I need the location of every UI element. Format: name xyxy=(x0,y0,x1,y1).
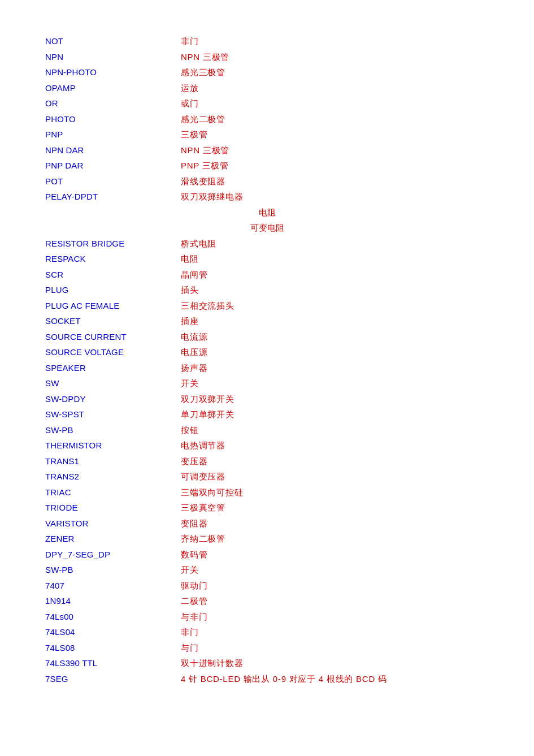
list-item: OR或门 xyxy=(45,96,489,111)
component-name: NOT xyxy=(45,34,181,49)
component-name: TRIAC xyxy=(45,485,181,500)
component-description: 三极真空管 xyxy=(181,500,225,515)
component-name: TRIODE xyxy=(45,500,181,515)
list-item: 7SEG4 针 BCD-LED 输出从 0-9 对应于 4 根线的 BCD 码 xyxy=(45,672,489,686)
component-name: POT xyxy=(45,174,181,189)
component-description: 电热调节器 xyxy=(181,438,225,453)
component-description: 与非门 xyxy=(181,610,207,624)
component-name: OPAMP xyxy=(45,81,181,96)
component-name: PNP DAR xyxy=(45,158,181,173)
component-name: SOCKET xyxy=(45,314,181,329)
component-name: SW-DPDY xyxy=(45,392,181,407)
component-name: TRANS2 xyxy=(45,469,181,484)
component-name: ZENER xyxy=(45,532,181,546)
component-description: 开关 xyxy=(181,376,199,391)
list-item: SPEAKER扬声器 xyxy=(45,361,489,375)
component-description: 可调变压器 xyxy=(181,469,225,484)
component-name: 74Ls00 xyxy=(45,610,181,624)
component-description: 双刀双掷开关 xyxy=(181,392,235,407)
list-item: PHOTO感光二极管 xyxy=(45,112,489,127)
component-name: SW-SPST xyxy=(45,407,181,422)
component-name: 7407 xyxy=(45,578,181,593)
list-item: 1N914二极管 xyxy=(45,594,489,608)
component-name: SCR xyxy=(45,267,181,282)
list-item: SOURCE CURRENT电流源 xyxy=(45,330,489,344)
component-name: SPEAKER xyxy=(45,361,181,375)
component-description: 按钮 xyxy=(181,423,199,438)
component-description: 开关 xyxy=(181,563,199,577)
component-name: NPN xyxy=(45,50,181,64)
component-name: SW-PB xyxy=(45,423,181,438)
component-description: 或门 xyxy=(181,96,199,111)
component-description: 齐纳二极管 xyxy=(181,532,225,546)
component-description: 非门 xyxy=(181,625,199,640)
component-name: 1N914 xyxy=(45,594,181,608)
component-name: DPY_7-SEG_DP xyxy=(45,547,181,562)
list-item: OPAMP运放 xyxy=(45,81,489,96)
component-description: 变阻器 xyxy=(181,516,207,531)
component-description: 扬声器 xyxy=(181,361,207,375)
component-name: PELAY-DPDT xyxy=(45,189,181,204)
component-description: PNP 三极管 xyxy=(181,158,229,173)
list-item: RESISTOR BRIDGE桥式电阻 xyxy=(45,236,489,251)
component-description: NPN 三极管 xyxy=(181,143,229,158)
list-item: PNP三极管 xyxy=(45,127,489,142)
list-item: 74LS04非门 xyxy=(45,625,489,640)
list-item: 74LS390 TTL双十进制计数器 xyxy=(45,656,489,671)
list-item: RESPACK电阻 xyxy=(45,252,489,266)
component-description: 三相交流插头 xyxy=(181,299,235,313)
list-item: NOT非门 xyxy=(45,34,489,49)
list-item: SW-PB按钮 xyxy=(45,423,489,438)
list-item: SOCKET插座 xyxy=(45,314,489,329)
list-item: TRIAC三端双向可控硅 xyxy=(45,485,489,500)
component-description: 单刀单掷开关 xyxy=(181,407,235,422)
center-label: 电阻 xyxy=(259,205,276,220)
component-name: 74LS08 xyxy=(45,641,181,655)
component-name: 74LS390 TTL xyxy=(45,656,181,671)
list-item: SOURCE VOLTAGE电压源 xyxy=(45,345,489,360)
component-description: 双刀双掷继电器 xyxy=(181,189,243,204)
component-name: THERMISTOR xyxy=(45,438,181,453)
list-item: VARISTOR变阻器 xyxy=(45,516,489,531)
list-item: SW-PB开关 xyxy=(45,563,489,577)
component-name: SOURCE VOLTAGE xyxy=(45,345,181,360)
list-item: TRANS2可调变压器 xyxy=(45,469,489,484)
component-description: 感光二极管 xyxy=(181,112,225,127)
component-name: SOURCE CURRENT xyxy=(45,330,181,344)
component-description: 电压源 xyxy=(181,345,207,360)
component-name: SW xyxy=(45,376,181,391)
component-description: 变压器 xyxy=(181,454,207,469)
list-item: TRANS1变压器 xyxy=(45,454,489,469)
component-description: 三极管 xyxy=(181,127,207,142)
component-description: 二极管 xyxy=(181,594,207,608)
list-item: NPNNPN 三极管 xyxy=(45,50,489,64)
component-name: RESISTOR BRIDGE xyxy=(45,236,181,251)
list-item: 74LS08与门 xyxy=(45,641,489,655)
list-item: PLUG插头 xyxy=(45,283,489,297)
component-name: NPN DAR xyxy=(45,143,181,158)
component-description: 插座 xyxy=(181,314,199,329)
list-item: PELAY-DPDT双刀双掷继电器 xyxy=(45,189,489,204)
list-item: DPY_7-SEG_DP数码管 xyxy=(45,547,489,562)
component-name: RESPACK xyxy=(45,252,181,266)
list-item: SW-DPDY双刀双掷开关 xyxy=(45,392,489,407)
component-description: 电阻 xyxy=(181,252,199,266)
component-name: PHOTO xyxy=(45,112,181,127)
list-item: 7407驱动门 xyxy=(45,578,489,593)
component-name: PLUG xyxy=(45,283,181,297)
list-item: THERMISTOR电热调节器 xyxy=(45,438,489,453)
component-name: PNP xyxy=(45,127,181,142)
component-description: 桥式电阻 xyxy=(181,236,216,251)
component-description: 数码管 xyxy=(181,547,207,562)
list-item: POT滑线变阻器 xyxy=(45,174,489,189)
list-item: SW-SPST单刀单掷开关 xyxy=(45,407,489,422)
list-item: 电阻 xyxy=(45,205,489,220)
list-item: SCR晶闸管 xyxy=(45,267,489,282)
component-description: 与门 xyxy=(181,641,199,655)
component-description: 感光三极管 xyxy=(181,65,225,80)
component-description: 电流源 xyxy=(181,330,207,344)
list-item: NPN-PHOTO感光三极管 xyxy=(45,65,489,80)
list-item: PLUG AC FEMALE三相交流插头 xyxy=(45,299,489,313)
component-description: 驱动门 xyxy=(181,578,207,593)
component-description: 晶闸管 xyxy=(181,267,207,282)
